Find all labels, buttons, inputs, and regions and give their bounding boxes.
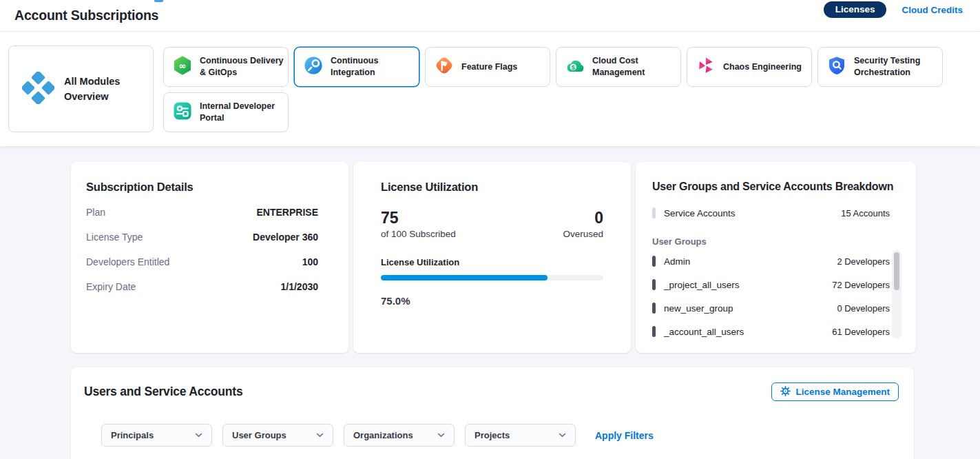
module-card-continuous-integration[interactable]: Continuous Integration bbox=[294, 47, 419, 87]
group-bullet bbox=[652, 279, 656, 290]
user-group-row: _account_all_users 61 Developers bbox=[652, 320, 899, 343]
module-card-cloud-cost[interactable]: $ Cloud Cost Management bbox=[556, 47, 681, 87]
module-card-security-testing[interactable]: Security Testing Orchestration bbox=[817, 47, 943, 87]
module-selector-bar: All Modules Overview ∞ Continuous Delive… bbox=[0, 32, 980, 146]
utilization-percent: 75.0% bbox=[381, 295, 603, 307]
cd-gitops-icon: ∞ bbox=[173, 56, 192, 78]
subscribed-caption: of 100 Subscribed bbox=[381, 229, 456, 239]
users-section-title: Users and Service Accounts bbox=[84, 385, 243, 399]
tab-licenses[interactable]: Licenses bbox=[824, 1, 887, 18]
user-groups-list: Admin 2 Developers _project_all_users 72… bbox=[652, 249, 899, 343]
module-card-chaos-engineering[interactable]: Chaos Engineering bbox=[687, 47, 812, 87]
breakdown-card: User Groups and Service Accounts Breakdo… bbox=[636, 162, 916, 353]
feature-flags-icon bbox=[435, 56, 454, 78]
security-testing-icon bbox=[827, 56, 846, 78]
users-service-accounts-card: Users and Service Accounts bbox=[71, 367, 914, 459]
license-utilization-card: License Utilization 75 of 100 Subscribed… bbox=[353, 162, 631, 353]
svg-text:$: $ bbox=[572, 63, 576, 71]
user-groups-label: User Groups bbox=[652, 236, 899, 247]
apply-filters-link[interactable]: Apply Filters bbox=[595, 430, 654, 441]
clipped-nav-indicator bbox=[154, 0, 163, 2]
breakdown-scrollbar-thumb[interactable] bbox=[894, 252, 899, 290]
module-grid: ∞ Continuous Delivery & GitOps Continuou… bbox=[163, 47, 948, 146]
subscribed-stat: 75 of 100 Subscribed bbox=[381, 210, 456, 239]
projects-dropdown[interactable]: Projects bbox=[465, 424, 576, 447]
ci-icon bbox=[304, 56, 323, 78]
utilization-progress-track bbox=[381, 275, 603, 280]
cloud-cost-icon: $ bbox=[565, 56, 585, 78]
principals-dropdown[interactable]: Principals bbox=[101, 424, 212, 447]
overused-stat: 0 Overused bbox=[563, 210, 603, 239]
overused-count: 0 bbox=[563, 210, 603, 227]
module-card-feature-flags[interactable]: Feature Flags bbox=[425, 47, 550, 87]
group-bullet bbox=[652, 303, 656, 314]
detail-row-expiry-date: Expiry Date 1/1/2030 bbox=[86, 281, 318, 292]
group-bullet bbox=[652, 256, 656, 267]
summary-cards-row: Subscription Details Plan ENTERPRISE Lic… bbox=[71, 162, 980, 353]
subscription-details-title: Subscription Details bbox=[86, 181, 318, 194]
user-group-row: new_user_group 0 Developers bbox=[652, 296, 899, 320]
chaos-engineering-icon bbox=[696, 56, 716, 78]
subscribed-count: 75 bbox=[381, 210, 456, 227]
subscription-tabs: Licenses Cloud Credits bbox=[824, 1, 963, 18]
chevron-down-icon bbox=[559, 433, 566, 438]
tab-cloud-credits[interactable]: Cloud Credits bbox=[901, 5, 963, 15]
user-group-row: Admin 2 Developers bbox=[652, 249, 899, 273]
page-title: Account Subscriptions bbox=[14, 8, 158, 23]
chevron-down-icon bbox=[195, 433, 202, 438]
all-modules-overview-label: All Modules Overview bbox=[64, 74, 130, 105]
subscription-details-card: Subscription Details Plan ENTERPRISE Lic… bbox=[71, 162, 348, 353]
license-utilization-title: License Utilization bbox=[381, 181, 603, 194]
filters-row: Principals User Groups Organizations Pro… bbox=[101, 424, 914, 447]
user-group-row: _project_all_users 72 Developers bbox=[652, 273, 899, 296]
all-modules-overview-card[interactable]: All Modules Overview bbox=[8, 45, 154, 132]
module-card-internal-developer-portal[interactable]: Internal Developer Portal bbox=[163, 92, 289, 132]
license-management-button[interactable]: License Management bbox=[771, 382, 899, 401]
chevron-down-icon bbox=[316, 433, 324, 438]
user-groups-dropdown[interactable]: User Groups bbox=[222, 424, 333, 447]
all-modules-icon bbox=[22, 72, 54, 107]
module-card-cd-gitops[interactable]: ∞ Continuous Delivery & GitOps bbox=[163, 47, 289, 87]
internal-developer-portal-icon bbox=[173, 101, 192, 123]
svg-text:∞: ∞ bbox=[179, 61, 187, 71]
service-accounts-bullet bbox=[652, 207, 656, 218]
utilization-bar-label: License Utilization bbox=[381, 257, 603, 267]
main-content: Subscription Details Plan ENTERPRISE Lic… bbox=[0, 146, 980, 459]
utilization-progress-fill bbox=[381, 275, 548, 280]
group-bullet bbox=[652, 326, 656, 337]
organizations-dropdown[interactable]: Organizations bbox=[344, 424, 455, 447]
breakdown-scrollbar[interactable] bbox=[892, 250, 901, 339]
detail-row-developers-entitled: Developers Entitled 100 bbox=[86, 256, 318, 267]
detail-row-plan: Plan ENTERPRISE bbox=[86, 207, 318, 218]
service-accounts-row: Service Accounts 15 Accounts bbox=[652, 207, 899, 218]
chevron-down-icon bbox=[437, 433, 445, 438]
page-header: Account Subscriptions Licenses Cloud Cre… bbox=[0, 0, 980, 32]
overused-caption: Overused bbox=[563, 229, 603, 239]
breakdown-title: User Groups and Service Accounts Breakdo… bbox=[652, 181, 899, 193]
gear-icon bbox=[780, 386, 791, 398]
detail-row-license-type: License Type Developer 360 bbox=[86, 232, 318, 243]
